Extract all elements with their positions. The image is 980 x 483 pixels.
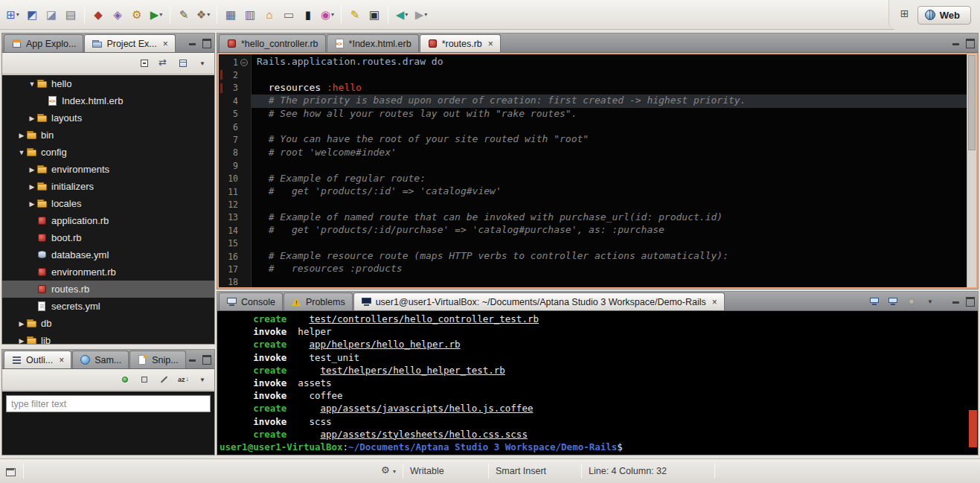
tree-item-environment-rb[interactable]: environment.rb — [2, 263, 214, 281]
code-line[interactable]: # root 'welcome#index' — [252, 147, 967, 159]
tab-hello-controller-rb[interactable]: *hello_controller.rb — [219, 34, 326, 52]
code-line[interactable]: Rails.application.routes.draw do — [252, 56, 967, 68]
code-line[interactable]: # get 'products/:id/purchase' => 'catalo… — [252, 224, 967, 237]
display-console-icon[interactable] — [887, 295, 899, 307]
close-tab-icon[interactable]: × — [488, 39, 493, 48]
tree-item-initializers[interactable]: ▶initializers — [2, 178, 214, 195]
expand-arrow-icon[interactable]: ▶ — [28, 183, 36, 191]
gear-dropdown-icon[interactable]: ▾ — [393, 468, 396, 475]
tab-user1-user1-virtualbox-documents-aptana-studio-3-workspace-demo-rails[interactable]: user1@user1-VirtualBox: ~/Documents/Apta… — [353, 292, 725, 310]
code-line[interactable]: resources :hello — [252, 82, 967, 95]
console-dropdown-icon[interactable] — [924, 295, 936, 307]
tab-outli[interactable]: Outli...× — [4, 351, 71, 368]
code-line[interactable] — [252, 68, 967, 81]
view-menu-icon[interactable] — [196, 374, 208, 386]
tab-index-html-erb[interactable]: *Index.html.erb — [327, 34, 419, 52]
code-line[interactable]: # Example of named route that can be inv… — [252, 211, 967, 224]
save-all-button[interactable]: ◪ — [42, 5, 60, 25]
external-tools-button[interactable]: ⚙ — [128, 5, 146, 25]
web-perspective-button[interactable]: Web — [917, 6, 971, 25]
expand-arrow-icon[interactable]: ▶ — [17, 337, 26, 345]
tree-item-config[interactable]: ▼config — [2, 144, 214, 161]
terminal-link[interactable]: app/assets/javascripts/hello.js.coffee — [320, 403, 533, 414]
tab-sam[interactable]: Sam... — [72, 351, 129, 368]
code-editor[interactable]: 1−23456789101112131415161718 Rails.appli… — [217, 53, 978, 289]
collapse-arrow-icon[interactable]: ▼ — [17, 149, 26, 156]
new-rails-project-button[interactable]: ◆ — [89, 5, 107, 25]
back-button[interactable]: ◀▾ — [393, 5, 411, 25]
save-button[interactable]: ◩ — [23, 5, 41, 25]
tab-routes-rb[interactable]: *routes.rb× — [420, 34, 501, 52]
tab-app-explo[interactable]: App Explo... — [4, 34, 83, 52]
code-area[interactable]: Rails.application.routes.draw do resourc… — [252, 54, 967, 287]
deploy-button[interactable]: ◈ — [109, 5, 126, 25]
wizards-button[interactable]: ❖▾ — [194, 5, 212, 25]
pin-console-icon[interactable] — [906, 295, 917, 307]
tree-item-environments[interactable]: ▶environments — [2, 161, 214, 178]
run-button[interactable]: ▶▾ — [147, 5, 165, 25]
terminal-button[interactable]: ▮ — [299, 5, 317, 25]
tile-horizontal-button[interactable]: ▦ — [222, 5, 240, 25]
collapse-arrow-icon[interactable]: ▼ — [28, 80, 36, 88]
file-tree[interactable]: ▼helloIndex.html.erb▶layouts▶bin▼config▶… — [2, 75, 214, 344]
code-line[interactable]: # resources :products — [252, 263, 967, 275]
tree-item-database-yml[interactable]: database.yml — [2, 246, 214, 263]
code-line[interactable]: # See how all your routes lay out with "… — [252, 108, 967, 121]
tab-snip[interactable]: Snip... — [129, 351, 185, 368]
fold-minus-icon[interactable]: − — [240, 59, 248, 66]
maximize-icon[interactable] — [202, 38, 211, 46]
color-palette-button[interactable]: ◉▾ — [318, 5, 336, 25]
tree-item-lib[interactable]: ▶lib — [2, 332, 214, 344]
tile-vertical-button[interactable]: ▥ — [241, 5, 259, 25]
print-button[interactable]: ▤ — [62, 5, 80, 25]
code-line[interactable]: # Example of regular route: — [252, 173, 967, 185]
minimize-icon[interactable] — [952, 38, 961, 46]
code-line[interactable]: # Example resource route (maps HTTP verb… — [252, 250, 967, 263]
tree-item-application-rb[interactable]: application.rb — [2, 212, 214, 229]
maximize-icon[interactable] — [966, 38, 974, 46]
tree-item-db[interactable]: ▶db — [2, 315, 214, 332]
expand-arrow-icon[interactable]: ▶ — [17, 320, 26, 327]
format-button[interactable]: ✎ — [175, 5, 193, 25]
terminal-link[interactable]: app/helpers/hello_helper.rb — [309, 339, 460, 350]
close-tab-icon[interactable]: × — [163, 39, 168, 48]
minimize-icon[interactable] — [952, 296, 961, 304]
open-console-icon[interactable] — [868, 295, 880, 307]
tree-item-index-html-erb[interactable]: Index.html.erb — [2, 92, 214, 109]
tree-item-routes-rb[interactable]: routes.rb — [2, 281, 214, 298]
terminal-area[interactable]: create test/controllers/hello_controller… — [217, 311, 978, 455]
filter-input[interactable] — [6, 395, 211, 412]
code-line[interactable]: # get 'products/:id' => 'catalog#view' — [252, 185, 967, 198]
customize-view-icon[interactable] — [177, 57, 189, 69]
collapse-all-icon[interactable] — [138, 57, 150, 69]
close-tab-icon[interactable]: × — [712, 298, 717, 307]
minimize-icon[interactable] — [189, 38, 197, 46]
maximize-icon[interactable] — [202, 354, 211, 362]
sort-icon[interactable] — [177, 374, 189, 386]
tab-project-ex[interactable]: Project Ex...× — [84, 34, 175, 52]
line-number-gutter[interactable]: 1−23456789101112131415161718 — [219, 54, 252, 287]
code-line[interactable] — [252, 198, 967, 211]
browser-preview-button[interactable]: ▣ — [365, 5, 383, 25]
maximize-icon[interactable] — [966, 296, 974, 304]
open-perspective-icon[interactable] — [900, 9, 912, 21]
tree-item-boot-rb[interactable]: boot.rb — [2, 229, 214, 246]
code-line[interactable]: # You can have the root of your site rou… — [252, 133, 967, 146]
refresh-icon[interactable] — [119, 374, 131, 386]
tree-item-layouts[interactable]: ▶layouts — [2, 109, 214, 127]
code-line[interactable] — [252, 237, 967, 249]
home-button[interactable]: ⌂ — [260, 5, 278, 25]
tab-console[interactable]: Console — [219, 292, 283, 310]
expand-arrow-icon[interactable]: ▶ — [28, 166, 36, 173]
tree-item-locales[interactable]: ▶locales — [2, 195, 214, 212]
hide-local-types-icon[interactable] — [158, 374, 170, 386]
preview-button[interactable]: ▭ — [280, 5, 298, 25]
expand-arrow-icon[interactable]: ▶ — [17, 132, 26, 139]
terminal-link[interactable]: app/assets/stylesheets/hello.css.scss — [320, 429, 527, 440]
terminal-link[interactable]: test/helpers/hello_helper_test.rb — [320, 365, 505, 376]
view-menu-icon[interactable] — [196, 57, 208, 69]
new-wizard-button[interactable]: ⊞▾ — [4, 5, 22, 25]
editor-scrollbar-thumb[interactable] — [968, 55, 976, 150]
code-line[interactable] — [252, 276, 967, 287]
gear-icon[interactable] — [380, 465, 392, 477]
